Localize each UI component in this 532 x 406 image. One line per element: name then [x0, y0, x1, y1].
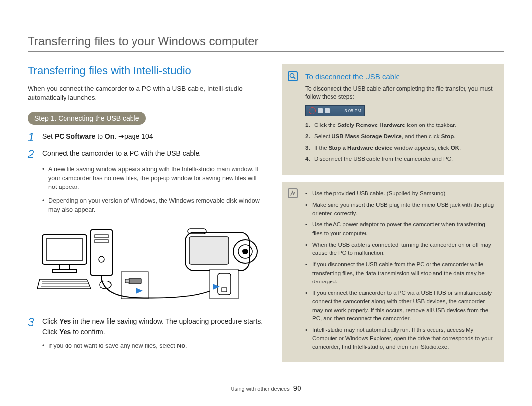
- list-item: If the Stop a Hardware device window app…: [305, 144, 496, 152]
- text: .: [454, 133, 455, 139]
- disconnect-steps: Click the Safely Remove Hardware icon on…: [305, 121, 496, 164]
- list-item: When the USB cable is connected, turning…: [305, 241, 496, 258]
- right-column: To disconnect the USB cable To disconnec…: [282, 64, 504, 369]
- text-bold: PC Software: [55, 132, 95, 140]
- list-item: Make sure you insert the USB plug into t…: [305, 201, 496, 218]
- tray-icon: [318, 108, 323, 113]
- step-pill: Step 1. Connecting the USB cable: [28, 112, 146, 125]
- text: Set: [42, 132, 55, 140]
- content-columns: Transferring files with Intelli-studio W…: [28, 64, 504, 369]
- bullet: If you do not want to save any new files…: [42, 342, 264, 350]
- list-item: If you disconnect the USB cable from the…: [305, 260, 496, 286]
- safely-remove-icon: [309, 107, 316, 114]
- page-title: Transferring files to your Windows compu…: [28, 34, 504, 52]
- svg-rect-5: [95, 235, 108, 238]
- svg-rect-14: [125, 279, 129, 283]
- svg-point-20: [242, 249, 248, 254]
- text-bold: Stop: [441, 133, 454, 139]
- svg-rect-3: [52, 269, 77, 272]
- step-number: 1: [28, 131, 36, 143]
- connection-illustration: [37, 220, 264, 309]
- tray-icon: [325, 108, 330, 113]
- svg-rect-0: [42, 235, 87, 264]
- note-icon: [288, 188, 298, 198]
- text-bold: Stop a Hardware device: [329, 145, 393, 151]
- text: .: [459, 145, 461, 151]
- step2-bullets: A new file saving window appears along w…: [42, 165, 264, 215]
- svg-rect-1: [46, 239, 83, 260]
- step-body: Click Yes in the new file saving window.…: [42, 316, 264, 337]
- text: icon on the taskbar.: [405, 122, 456, 128]
- left-column: Transferring files with Intelli-studio W…: [28, 64, 264, 369]
- page-ref: ➔page 104: [118, 132, 153, 140]
- text-bold: USB Mass Storage Device: [332, 133, 402, 139]
- disconnect-box: To disconnect the USB cable To disconnec…: [282, 64, 504, 175]
- svg-rect-22: [210, 269, 238, 299]
- step-item-1: 1 Set PC Software to On. ➔page 104: [28, 131, 264, 143]
- text: window appears, click: [393, 145, 451, 151]
- text-bold: Yes: [59, 328, 71, 336]
- svg-rect-4: [91, 230, 112, 275]
- bullet: A new file saving window appears along w…: [42, 165, 264, 191]
- text: to: [95, 132, 104, 140]
- list-item: Use the AC power adaptor to power the ca…: [305, 220, 496, 238]
- footer-section: Using with other devices: [231, 386, 290, 392]
- step-item-2: 2 Connect the camcorder to a PC with the…: [28, 148, 264, 160]
- text: .: [114, 132, 118, 140]
- svg-rect-12: [121, 272, 148, 299]
- list-item: Disconnect the USB cable from the camcor…: [305, 155, 496, 163]
- text-bold: Yes: [59, 317, 71, 325]
- section-title: Transferring files with Intelli-studio: [28, 64, 264, 77]
- svg-rect-2: [60, 264, 69, 269]
- list-item: Select USB Mass Storage Device, and then…: [305, 132, 496, 141]
- text: Click: [42, 317, 59, 325]
- step-body: Set PC Software to On. ➔page 104: [42, 131, 264, 143]
- text: , and then click: [402, 133, 441, 139]
- box-title: To disconnect the USB cable: [305, 72, 496, 81]
- text-bold: On: [105, 132, 114, 140]
- list-item: Use the provided USB cable. (Supplied by…: [305, 189, 496, 198]
- box-text: To disconnect the USB cable after comple…: [305, 85, 496, 101]
- text-bold: No: [177, 343, 185, 349]
- svg-point-26: [290, 74, 294, 78]
- step-number: 2: [28, 148, 36, 160]
- list-item: If you connect the camcorder to a PC via…: [305, 289, 496, 323]
- step-body: Connect the camcorder to a PC with the U…: [42, 148, 264, 160]
- svg-line-27: [294, 77, 296, 79]
- tray-time: 3:05 PM: [344, 108, 361, 113]
- text: If the: [314, 145, 329, 151]
- svg-rect-6: [95, 240, 108, 243]
- text: to confirm.: [71, 328, 105, 336]
- taskbar-tray-image: 3:05 PM: [305, 105, 365, 116]
- page-footer: Using with other devices 90: [0, 384, 532, 392]
- bullet: Depending on your version of Windows, th…: [42, 196, 264, 214]
- svg-rect-13: [129, 278, 141, 284]
- step-number: 3: [28, 316, 36, 337]
- intro-text: When you connect the camcorder to a PC w…: [28, 84, 264, 103]
- magnifier-icon: [288, 71, 298, 81]
- text: Click the: [314, 122, 337, 128]
- svg-rect-17: [189, 237, 229, 264]
- list-item: Click the Safely Remove Hardware icon on…: [305, 121, 496, 129]
- text-bold: OK: [451, 145, 459, 151]
- step-item-3: 3 Click Yes in the new file saving windo…: [28, 316, 264, 337]
- text: .: [185, 343, 187, 349]
- page-number: 90: [293, 384, 301, 392]
- text: If you do not want to save any new files…: [48, 343, 177, 349]
- text-bold: Safely Remove Hardware: [337, 122, 405, 128]
- list-item: Intelli-studio may not automatically run…: [305, 326, 496, 351]
- notes-box: Use the provided USB cable. (Supplied by…: [282, 182, 504, 362]
- svg-point-7: [99, 256, 104, 262]
- step3-bullets: If you do not want to save any new files…: [42, 342, 264, 350]
- notes-list: Use the provided USB cable. (Supplied by…: [305, 189, 496, 351]
- text: Select: [314, 133, 332, 139]
